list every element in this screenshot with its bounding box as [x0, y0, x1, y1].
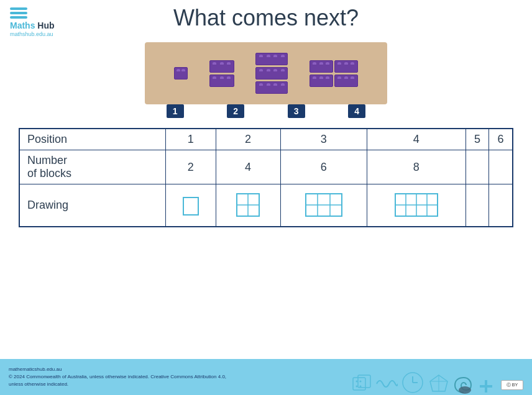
image-section: 1 2 3 4 [0, 42, 532, 118]
lego-unit [209, 60, 234, 73]
page-title: What comes next? [78, 5, 522, 31]
drawing-4 [367, 184, 466, 227]
footer-text: mathematicshub.edu.au © 2024 Commonwealt… [9, 366, 523, 388]
lego-unit [255, 53, 288, 65]
header-row: Position 1 2 3 4 5 6 [19, 129, 513, 150]
cc-badge: Ⓒ BY [501, 380, 523, 390]
footer-line-2: © 2024 Commonwealth of Australia, unless… [9, 373, 523, 381]
logo-area: Maths Hub mathshub.edu.au [10, 7, 78, 37]
pos-badge-3: 3 [288, 104, 305, 118]
blocks-val-3: 6 [280, 150, 367, 184]
blocks-val-1: 2 [166, 150, 216, 184]
drawing-1 [166, 184, 216, 227]
col-header-label: Position [19, 129, 166, 150]
block-group-2 [209, 60, 234, 87]
footer-line-1: mathematicshub.edu.au [9, 366, 523, 373]
pos-badge-4: 4 [348, 104, 365, 118]
block-group-3 [255, 53, 288, 94]
pos-badge-2: 2 [227, 104, 244, 118]
lego-unit [310, 75, 333, 87]
logo-hub: Hub [37, 20, 54, 30]
drawing-row-label: Drawing [19, 184, 166, 227]
lego-unit [310, 60, 333, 73]
lego-unit [334, 60, 358, 73]
logo-line-1 [10, 7, 27, 10]
pos-badge-1: 1 [167, 104, 184, 118]
logo-lines [10, 7, 27, 19]
logo-text: Maths Hub [10, 21, 55, 30]
blocks-image [145, 42, 387, 104]
lego-unit [255, 81, 288, 94]
data-table: Position 1 2 3 4 5 6 Numberof blocks 2 4… [19, 128, 513, 227]
blocks-row: Numberof blocks 2 4 6 8 [19, 150, 513, 184]
svg-rect-0 [183, 198, 198, 215]
drawing-2 [216, 184, 280, 227]
logo-maths: Maths [10, 20, 37, 30]
blocks-val-4: 8 [367, 150, 466, 184]
drawing-3 [280, 184, 367, 227]
col-header-5: 5 [466, 129, 488, 150]
blocks-val-6 [489, 150, 513, 184]
drawing-6 [489, 184, 513, 227]
footer: mathematicshub.edu.au © 2024 Commonwealt… [0, 359, 532, 395]
table-section: Position 1 2 3 4 5 6 Numberof blocks 2 4… [19, 128, 513, 227]
lego-unit [209, 75, 234, 87]
footer-line-3: unless otherwise indicated. [9, 381, 523, 388]
col-header-3: 3 [280, 129, 367, 150]
drawing-5 [466, 184, 488, 227]
cc-text: Ⓒ BY [507, 382, 518, 388]
blocks-row-label: Numberof blocks [19, 150, 166, 184]
col-header-4: 4 [367, 129, 466, 150]
logo-line-2 [10, 12, 27, 14]
logo-line-3 [10, 16, 27, 19]
lego-unit [174, 67, 188, 79]
block-group-4 [310, 60, 358, 87]
lego-unit [334, 75, 358, 87]
col-header-1: 1 [166, 129, 216, 150]
logo-url: mathshub.edu.au [10, 31, 53, 37]
drawing-row: Drawing [19, 184, 513, 227]
block-group-1 [174, 67, 188, 79]
blocks-val-5 [466, 150, 488, 184]
col-header-6: 6 [489, 129, 513, 150]
col-header-2: 2 [216, 129, 280, 150]
blocks-val-2: 4 [216, 150, 280, 184]
header: Maths Hub mathshub.edu.au What comes nex… [0, 0, 532, 37]
position-labels: 1 2 3 4 [145, 104, 387, 118]
lego-unit [255, 67, 288, 79]
